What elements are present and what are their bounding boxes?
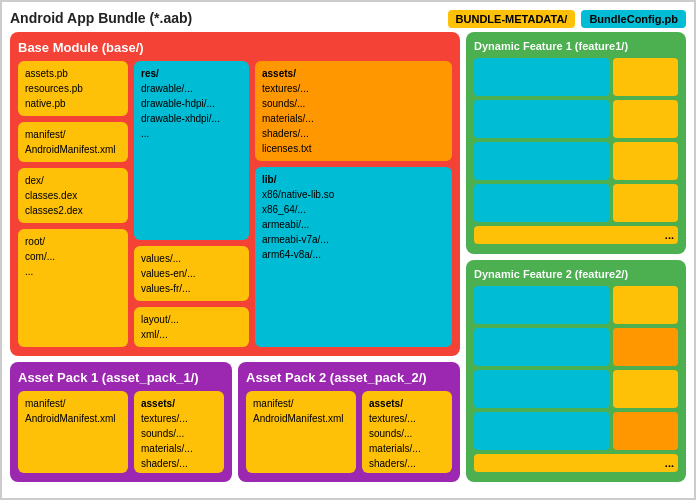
asset-pack-1-inner: manifest/ AndroidManifest.xml assets/ te… [18,391,224,473]
bundleconfig-badge: BundleConfig.pb [581,10,686,28]
res-box: res/ drawable/... drawable-hdpi/... draw… [134,61,249,240]
base-col-3: assets/ textures/... sounds/... material… [255,61,452,347]
df2-ellipsis: ... [474,454,678,472]
df1-cell-7 [474,184,609,222]
manifest-box: manifest/ AndroidManifest.xml [18,122,128,162]
df1-cell-8 [613,184,678,222]
df1-cell-6 [613,142,678,180]
root-box: root/ com/... ... [18,229,128,347]
assets-box: assets.pb resources.pb native.pb [18,61,128,116]
df2-cell-3 [474,328,609,366]
base-module-inner: assets.pb resources.pb native.pb manifes… [18,61,452,347]
asset-pack-2-title: Asset Pack 2 (asset_pack_2/) [246,370,452,385]
df2-title: Dynamic Feature 2 (feature2/) [474,268,678,280]
content-area: Base Module (base/) assets.pb resources.… [10,32,686,482]
base-col-1: assets.pb resources.pb native.pb manifes… [18,61,128,347]
bundle-metadata-badge: BUNDLE-METADATA/ [448,10,576,28]
df1-cell-5 [474,142,609,180]
values-box: values/... values-en/... values-fr/... [134,246,249,301]
df2-cell-2 [613,286,678,324]
dynamic-feature-1: Dynamic Feature 1 (feature1/) ... [466,32,686,254]
df2-cell-5 [474,370,609,408]
ap2-assets: assets/ textures/... sounds/... material… [362,391,452,473]
asset-pack-2-inner: manifest/ AndroidManifest.xml assets/ te… [246,391,452,473]
df1-ellipsis: ... [474,226,678,244]
df1-title: Dynamic Feature 1 (feature1/) [474,40,678,52]
df2-cell-1 [474,286,609,324]
df2-cell-4 [613,328,678,366]
asset-pack-1-title: Asset Pack 1 (asset_pack_1/) [18,370,224,385]
base-module-title: Base Module (base/) [18,40,452,55]
base-module: Base Module (base/) assets.pb resources.… [10,32,460,356]
left-section: Base Module (base/) assets.pb resources.… [10,32,460,482]
df1-cell-1 [474,58,609,96]
dex-box: dex/ classes.dex classes2.dex [18,168,128,223]
df2-cell-8 [613,412,678,450]
asset-pack-2: Asset Pack 2 (asset_pack_2/) manifest/ A… [238,362,460,482]
base-col-2: res/ drawable/... drawable-hdpi/... draw… [134,61,249,347]
df1-cell-2 [613,58,678,96]
main-container: Android App Bundle (*.aab) BUNDLE-METADA… [0,0,696,500]
layout-box: layout/... xml/... [134,307,249,347]
df2-cell-7 [474,412,609,450]
asset-packs: Asset Pack 1 (asset_pack_1/) manifest/ A… [10,362,460,482]
lib-box: lib/ x86/native-lib.so x86_64/... armeab… [255,167,452,347]
ap1-assets: assets/ textures/... sounds/... material… [134,391,224,473]
right-section: Dynamic Feature 1 (feature1/) ... [466,32,686,482]
df1-cell-4 [613,100,678,138]
ap2-manifest: manifest/ AndroidManifest.xml [246,391,356,473]
df2-cell-6 [613,370,678,408]
assets-col3-box: assets/ textures/... sounds/... material… [255,61,452,161]
top-badges: BUNDLE-METADATA/ BundleConfig.pb [448,10,686,28]
dynamic-feature-2: Dynamic Feature 2 (feature2/) ... [466,260,686,482]
asset-pack-1: Asset Pack 1 (asset_pack_1/) manifest/ A… [10,362,232,482]
df1-cell-3 [474,100,609,138]
ap1-manifest: manifest/ AndroidManifest.xml [18,391,128,473]
